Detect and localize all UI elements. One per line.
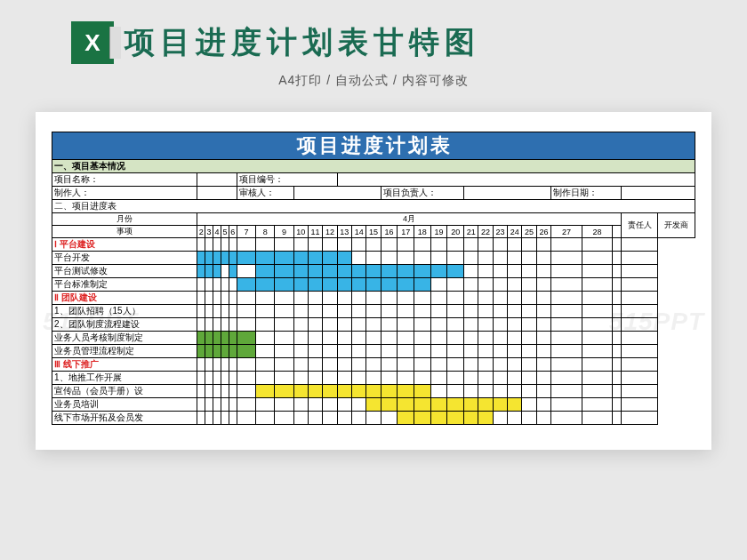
day-cell: 24	[508, 226, 522, 238]
month-label: 月份	[52, 213, 197, 226]
day-header-row: 事项 2 3 4 5 6 7 8 9 10 11 12 13 14 15 16 …	[52, 226, 695, 238]
label-project-name: 项目名称：	[52, 173, 197, 187]
section-schedule: 二、项目进度表	[52, 200, 695, 213]
day-cell: 27	[551, 226, 582, 238]
day-cell	[613, 226, 621, 238]
table-row: 宣传品（会员手册）设	[52, 385, 695, 398]
table-row: Ⅰ 平台建设	[52, 238, 695, 252]
table-row: Ⅲ 线下推广	[52, 358, 695, 372]
page-subtitle: A4打印 / 自动公式 / 内容可修改	[0, 73, 747, 89]
value-maker	[197, 187, 237, 200]
day-cell: 11	[308, 226, 322, 238]
task-label: 1、地推工作开展	[52, 372, 197, 385]
value-date	[621, 187, 695, 200]
table-row: 平台标准制定	[52, 278, 695, 292]
task-label: 平台开发	[52, 252, 197, 265]
day-cell: 10	[293, 226, 308, 238]
day-cell: 3	[205, 226, 213, 238]
day-cell: 26	[536, 226, 550, 238]
table-row: 1、团队招聘（15人）	[52, 305, 695, 318]
task-label: 业务员培训	[52, 398, 197, 412]
month-value: 4月	[197, 213, 622, 226]
day-cell: 16	[381, 226, 398, 238]
label-reviewer: 审核人：	[237, 187, 293, 200]
task-label: 线下市场开拓及会员发	[52, 412, 197, 425]
day-cell: 2	[197, 226, 205, 238]
table-row: 线下市场开拓及会员发	[52, 412, 695, 425]
task-label: 平台标准制定	[52, 278, 197, 292]
day-cell: 19	[430, 226, 447, 238]
table-row: 1、地推工作开展	[52, 372, 695, 385]
table-row: 业务人员考核制度制定	[52, 332, 695, 345]
value-project-code	[337, 173, 695, 187]
day-cell: 13	[337, 226, 351, 238]
day-cell: 21	[464, 226, 478, 238]
label-maker: 制作人：	[52, 187, 197, 200]
day-cell: 20	[447, 226, 464, 238]
item-label: 事项	[52, 226, 197, 238]
table-row: Ⅱ 团队建设	[52, 292, 695, 305]
page-header: 项目进度计划表甘特图	[0, 0, 747, 69]
day-cell: 5	[221, 226, 229, 238]
value-project-name	[197, 173, 237, 187]
developer-header: 开发商	[658, 213, 695, 238]
task-label: 平台测试修改	[52, 265, 197, 278]
group-platform: Ⅰ 平台建设	[52, 238, 197, 252]
table-row: 2、团队制度流程建设	[52, 318, 695, 332]
sheet-banner: 项目进度计划表	[52, 132, 695, 160]
day-cell: 18	[414, 226, 431, 238]
day-cell: 6	[229, 226, 237, 238]
table-row: 平台测试修改	[52, 265, 695, 278]
table-row: 平台开发	[52, 252, 695, 265]
day-cell: 25	[522, 226, 536, 238]
task-label: 1、团队招聘（15人）	[52, 305, 197, 318]
gantt-table: 项目进度计划表 一、项目基本情况 项目名称： 项目编号： 制作人： 审核人： 项…	[52, 132, 695, 425]
day-cell: 8	[256, 226, 275, 238]
day-cell: 14	[351, 226, 365, 238]
group-team: Ⅱ 团队建设	[52, 292, 197, 305]
table-row: 业务员培训	[52, 398, 695, 412]
value-reviewer	[293, 187, 381, 200]
table-row: 业务员管理流程制定	[52, 345, 695, 358]
day-cell: 12	[323, 226, 337, 238]
section-basic-info: 一、项目基本情况	[52, 160, 695, 173]
label-leader: 项目负责人：	[381, 187, 463, 200]
day-cell: 28	[582, 226, 613, 238]
task-label: 业务人员考核制度制定	[52, 332, 197, 345]
responsible-header: 责任人	[621, 213, 658, 238]
task-label: 2、团队制度流程建设	[52, 318, 197, 332]
value-leader	[464, 187, 551, 200]
label-date: 制作日期：	[551, 187, 622, 200]
day-cell: 4	[213, 226, 221, 238]
day-cell: 15	[366, 226, 381, 238]
day-cell: 22	[478, 226, 493, 238]
spreadsheet-preview: 515PPT 515PPT 项目进度计划表 一、项目基本情况 项目名称： 项目编…	[36, 112, 711, 450]
day-cell: 9	[275, 226, 293, 238]
day-cell: 23	[493, 226, 507, 238]
task-label: 业务员管理流程制定	[52, 345, 197, 358]
label-project-code: 项目编号：	[237, 173, 337, 187]
page-title: 项目进度计划表甘特图	[124, 22, 480, 63]
group-offline: Ⅲ 线下推广	[52, 358, 197, 372]
excel-icon	[71, 21, 114, 64]
day-cell: 17	[398, 226, 414, 238]
day-cell: 7	[237, 226, 255, 238]
task-label: 宣传品（会员手册）设	[52, 385, 197, 398]
